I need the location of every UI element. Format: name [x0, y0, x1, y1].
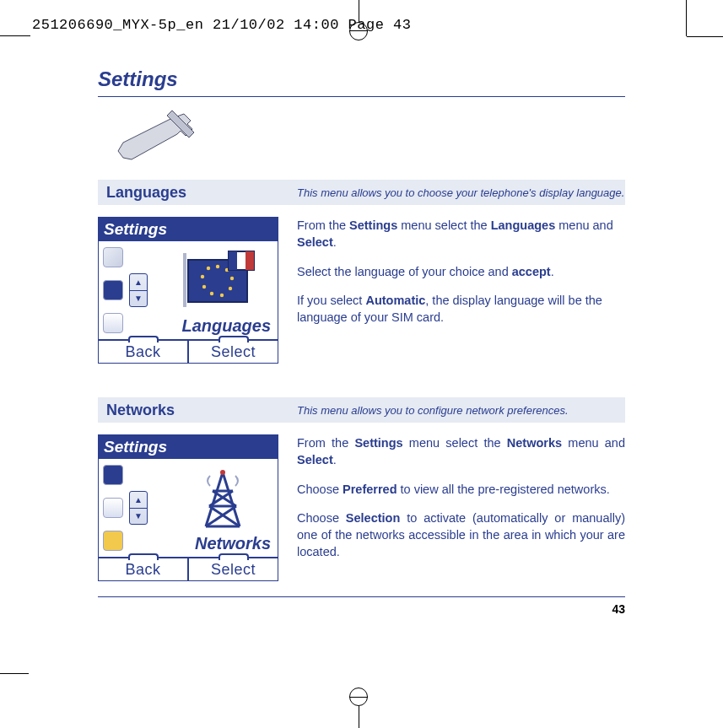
- phone-screen-label: Languages: [181, 316, 271, 336]
- page-content: Settings Languages This menu allows you …: [98, 67, 625, 616]
- eu-flag-icon: [176, 248, 269, 317]
- flag-small-icon: [103, 465, 123, 485]
- side-icon-list: [99, 459, 127, 557]
- divider: [98, 96, 625, 97]
- page-number: 43: [98, 602, 625, 616]
- section-title: Languages: [98, 184, 297, 202]
- paragraph: Select the language of your choice and a…: [297, 263, 625, 280]
- svg-rect-11: [229, 251, 237, 270]
- svg-point-8: [201, 275, 204, 278]
- svg-point-6: [210, 292, 213, 295]
- bulb-small-icon: [103, 531, 123, 551]
- phone-softkeys: Back Select: [99, 557, 278, 580]
- section-header-networks: Networks This menu allows you to configu…: [98, 397, 625, 423]
- softkey-select: Select: [189, 341, 278, 363]
- page-title: Settings: [98, 67, 625, 96]
- phone-body: ▲ ▼: [99, 241, 278, 339]
- svg-rect-12: [245, 251, 254, 270]
- up-down-spinner: ▲ ▼: [129, 491, 148, 525]
- phone-small-icon: [103, 313, 123, 333]
- flag-small-icon: [103, 280, 123, 300]
- phone-mockup-networks: Settings ▲ ▼: [98, 434, 278, 581]
- phone-softkeys: Back Select: [99, 339, 278, 363]
- wrench-icon: [106, 109, 199, 168]
- paragraph: If you select Automatic, the display lan…: [297, 292, 625, 326]
- wrench-small-icon: [103, 247, 123, 267]
- printer-slug: 251206690_MYX-5p_en 21/10/02 14:00 Page …: [32, 17, 411, 33]
- phone-screen-label: Networks: [195, 534, 271, 553]
- svg-point-1: [216, 265, 219, 268]
- down-arrow-icon: ▼: [130, 291, 147, 307]
- paragraph: From the Settings menu select the Langua…: [297, 217, 625, 251]
- up-down-spinner: ▲ ▼: [129, 273, 148, 307]
- languages-instructions: From the Settings menu select the Langua…: [297, 217, 625, 364]
- softkey-select: Select: [189, 558, 278, 580]
- antenna-tower-icon: [176, 466, 269, 535]
- crop-mark: [687, 36, 723, 37]
- side-icon-list: [99, 241, 127, 339]
- paragraph: Choose Preferred to view all the pre-reg…: [297, 481, 625, 498]
- section-description: This menu allows you to configure networ…: [297, 404, 625, 417]
- up-arrow-icon: ▲: [130, 492, 147, 509]
- svg-point-4: [229, 287, 232, 290]
- crop-mark: [0, 673, 29, 674]
- crop-mark: [0, 35, 30, 36]
- section-description: This menu allows you to choose your tele…: [297, 186, 625, 199]
- phone-mockup-languages: Settings ▲ ▼: [98, 217, 278, 364]
- paragraph: From the Settings menu select the Networ…: [297, 434, 625, 469]
- svg-point-3: [230, 277, 234, 280]
- down-arrow-icon: ▼: [130, 509, 147, 525]
- up-arrow-icon: ▲: [130, 274, 147, 291]
- languages-block: Settings ▲ ▼: [98, 217, 625, 364]
- crop-mark: [686, 0, 687, 36]
- section-title: Networks: [98, 402, 297, 419]
- svg-point-7: [202, 285, 206, 289]
- phone-header: Settings: [99, 435, 278, 459]
- networks-instructions: From the Settings menu select the Networ…: [297, 434, 625, 581]
- paragraph: Choose Selection to activate (automatica…: [297, 510, 625, 561]
- svg-point-14: [220, 470, 225, 475]
- svg-rect-13: [183, 253, 186, 307]
- phone-body: ▲ ▼: [99, 459, 278, 557]
- divider: [98, 596, 625, 597]
- antenna-small-icon: [103, 498, 123, 518]
- softkey-back: Back: [99, 341, 189, 363]
- networks-block: Settings ▲ ▼: [98, 434, 625, 581]
- svg-point-5: [220, 294, 224, 297]
- softkey-back: Back: [99, 558, 189, 580]
- phone-header: Settings: [99, 218, 278, 241]
- section-header-languages: Languages This menu allows you to choose…: [98, 180, 625, 205]
- crop-mark: [349, 697, 368, 698]
- svg-point-9: [207, 267, 210, 270]
